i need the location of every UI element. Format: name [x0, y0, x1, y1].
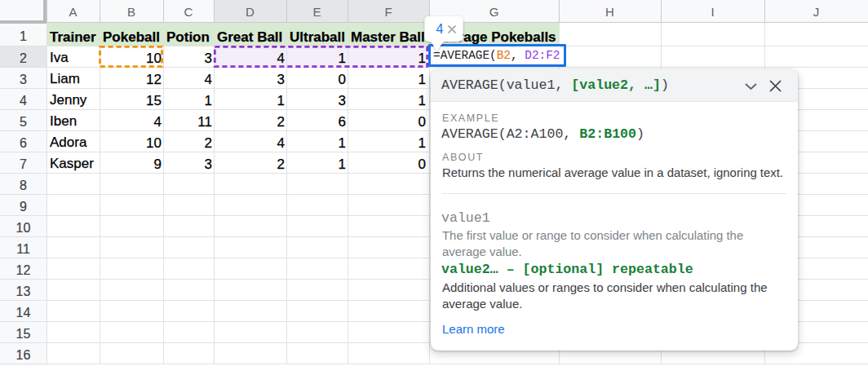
svg-text:4: 4 — [436, 22, 444, 36]
